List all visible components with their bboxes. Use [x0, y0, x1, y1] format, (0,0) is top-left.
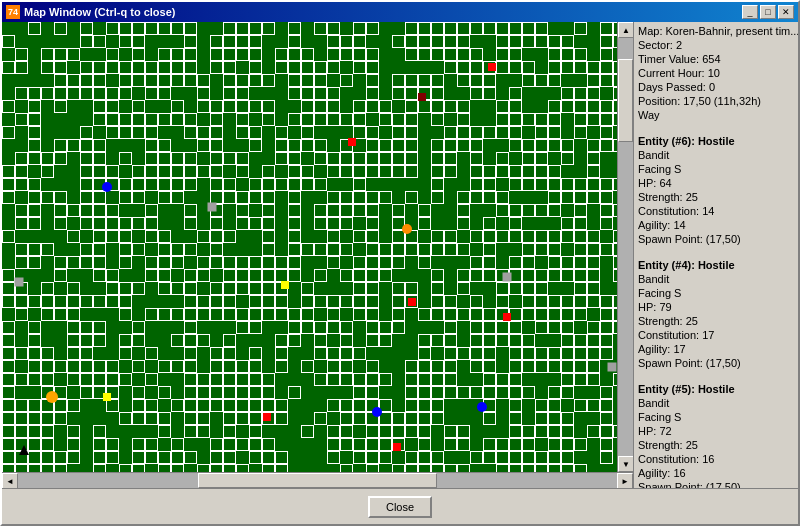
- entity4-spawn: Spawn Point: (17,50): [638, 356, 794, 370]
- scroll-up-button[interactable]: ▲: [618, 22, 633, 38]
- entity5-header: Entity (#5): Hostile: [638, 382, 794, 396]
- map-canvas: [2, 22, 617, 472]
- entity4-hp: HP: 79: [638, 300, 794, 314]
- bottom-bar: Close: [2, 488, 798, 524]
- h-scroll-track[interactable]: [18, 473, 617, 488]
- main-window: 74 Map Window (Ctrl-q to close) _ □ ✕ ▲ …: [0, 0, 800, 526]
- close-button[interactable]: Close: [368, 496, 432, 518]
- entity6-facing: Facing S: [638, 162, 794, 176]
- entity6-strength: Strength: 25: [638, 190, 794, 204]
- sector-line: Sector: 2: [638, 38, 794, 52]
- scroll-left-button[interactable]: ◄: [2, 473, 18, 488]
- entity6-type: Bandit: [638, 148, 794, 162]
- window-close-button[interactable]: ✕: [778, 5, 794, 19]
- entity5-strength: Strength: 25: [638, 438, 794, 452]
- titlebar: 74 Map Window (Ctrl-q to close) _ □ ✕: [2, 2, 798, 22]
- entity4-type: Bandit: [638, 272, 794, 286]
- window-icon: 74: [6, 5, 20, 19]
- v-scroll-thumb[interactable]: [618, 59, 633, 143]
- v-scrollbar: ▲ ▼: [617, 22, 633, 472]
- content-area: ▲ ▼ ◄ ► Map: Koren-Bahnir, present tim..…: [2, 22, 798, 488]
- h-scroll-container: ◄ ►: [2, 472, 633, 488]
- maximize-button[interactable]: □: [760, 5, 776, 19]
- entity6-hp: HP: 64: [638, 176, 794, 190]
- scroll-down-button[interactable]: ▼: [618, 456, 633, 472]
- days-line: Days Passed: 0: [638, 80, 794, 94]
- entity5-constitution: Constitution: 16: [638, 452, 794, 466]
- entity6-agility: Agility: 14: [638, 218, 794, 232]
- entity4-facing: Facing S: [638, 286, 794, 300]
- entity5-agility: Agility: 16: [638, 466, 794, 480]
- hour-line: Current Hour: 10: [638, 66, 794, 80]
- map-container: [2, 22, 617, 472]
- entity5-section: Entity (#5): Hostile Bandit Facing S HP:…: [638, 382, 794, 488]
- entity6-section: Entity (#6): Hostile Bandit Facing S HP:…: [638, 134, 794, 246]
- scroll-right-button[interactable]: ►: [617, 473, 633, 488]
- main-content: ▲ ▼ ◄ ►: [2, 22, 633, 488]
- entity6-spawn: Spawn Point: (17,50): [638, 232, 794, 246]
- titlebar-buttons: _ □ ✕: [742, 5, 794, 19]
- entity5-hp: HP: 72: [638, 424, 794, 438]
- map-name-line: Map: Koren-Bahnir, present tim...: [638, 24, 794, 38]
- map-and-vscroll: ▲ ▼: [2, 22, 633, 472]
- sidebar-content: Map: Koren-Bahnir, present tim... Sector…: [634, 22, 798, 488]
- window-title: Map Window (Ctrl-q to close): [24, 6, 175, 18]
- minimize-button[interactable]: _: [742, 5, 758, 19]
- entity4-constitution: Constitution: 17: [638, 328, 794, 342]
- sidebar: Map: Koren-Bahnir, present tim... Sector…: [633, 22, 798, 488]
- titlebar-left: 74 Map Window (Ctrl-q to close): [6, 5, 175, 19]
- entity4-strength: Strength: 25: [638, 314, 794, 328]
- entity4-header: Entity (#4): Hostile: [638, 258, 794, 272]
- position-line: Position: 17,50 (11h,32h): [638, 94, 794, 108]
- map-info-section: Map: Koren-Bahnir, present tim... Sector…: [638, 24, 794, 122]
- timer-line: Timer Value: 654: [638, 52, 794, 66]
- entity4-agility: Agility: 17: [638, 342, 794, 356]
- v-scroll-track[interactable]: [618, 38, 633, 456]
- entity5-facing: Facing S: [638, 410, 794, 424]
- entity5-spawn: Spawn Point: (17,50): [638, 480, 794, 488]
- entity4-section: Entity (#4): Hostile Bandit Facing S HP:…: [638, 258, 794, 370]
- h-scroll-thumb[interactable]: [198, 473, 438, 488]
- entity6-header: Entity (#6): Hostile: [638, 134, 794, 148]
- entity5-type: Bandit: [638, 396, 794, 410]
- way-line: Way: [638, 108, 794, 122]
- entity6-constitution: Constitution: 14: [638, 204, 794, 218]
